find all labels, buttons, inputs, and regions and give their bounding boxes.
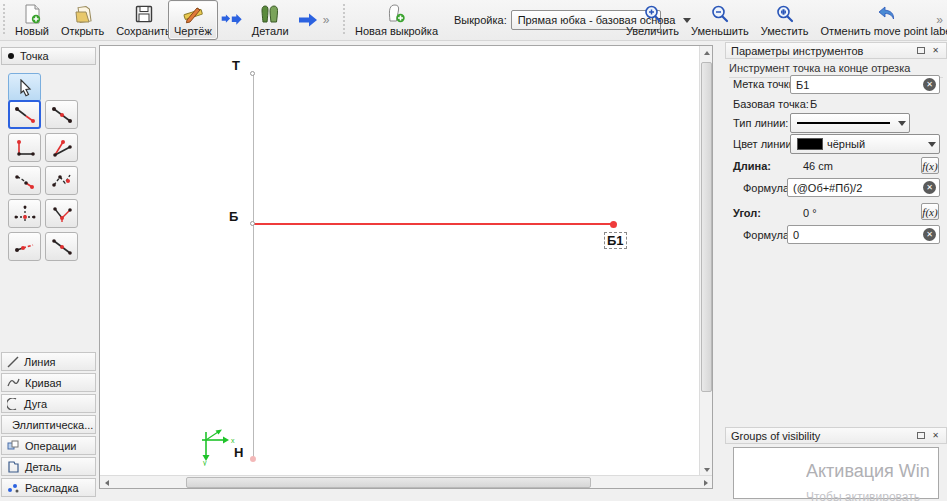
tool-point-intersect-xy[interactable] — [8, 199, 41, 228]
tools-sidebar: Точка Линия Кривая — [0, 45, 98, 501]
cursor-arrow-icon — [17, 79, 33, 97]
tool-arrow-cursor[interactable] — [8, 73, 41, 102]
category-curve-button[interactable]: Кривая — [1, 373, 96, 392]
axis-x-label: x — [231, 437, 235, 444]
toolbar-overflow-chevron[interactable]: » — [934, 13, 945, 27]
point-B-marker[interactable] — [250, 221, 255, 226]
clear-field-icon[interactable] — [923, 78, 936, 91]
tool-options-title: Параметры инструментов — [731, 45, 911, 57]
pencil-ruler-icon — [182, 3, 204, 25]
new-pattern-piece-button[interactable]: Новая выкройка — [349, 0, 444, 40]
category-layout-button[interactable]: Раскладка — [1, 478, 96, 497]
active-red-line[interactable] — [253, 223, 613, 225]
valentina-app-window: { "toolbar": { "new": "Новый", "open": "… — [0, 0, 947, 501]
layout-icon — [7, 482, 20, 494]
toolbar-drag-handle[interactable] — [342, 4, 347, 36]
float-panel-button[interactable] — [915, 45, 926, 56]
category-detail-label: Деталь — [25, 461, 61, 473]
angle-formula-value: 0 — [793, 229, 923, 241]
point-N-marker[interactable] — [250, 456, 256, 462]
tool-point-of-contact[interactable] — [45, 166, 78, 195]
triangle-up-icon — [704, 51, 710, 55]
clear-field-icon[interactable] — [923, 228, 936, 241]
new-button[interactable]: Новый — [9, 0, 55, 40]
scroll-right-button[interactable] — [699, 476, 712, 489]
category-elliptical-button[interactable]: Эллиптическа... — [1, 415, 96, 434]
mode-draw-button[interactable]: Чертёж — [168, 0, 218, 40]
windows-activation-watermark: Активация Win — [806, 461, 947, 483]
line-color-caption: Цвет линии: — [733, 138, 795, 150]
undo-button[interactable]: Отменить move point label — [814, 0, 947, 40]
floppy-disk-icon — [134, 3, 154, 25]
float-panel-button[interactable] — [915, 430, 926, 441]
scroll-left-button[interactable] — [100, 476, 113, 489]
horizontal-scroll-thumb[interactable] — [186, 477, 591, 488]
base-point-caption: Базовая точка: — [733, 98, 809, 110]
tool-point-on-shoulder[interactable] — [8, 166, 41, 195]
category-arc-button[interactable]: Дуга — [1, 394, 96, 413]
zoom-in-label: Увеличить — [626, 25, 679, 38]
close-panel-button[interactable] — [930, 45, 941, 56]
point-label-input[interactable]: Б1 — [790, 75, 940, 94]
magnifier-plus-icon — [643, 3, 663, 25]
point-B-label[interactable]: Б — [229, 209, 238, 224]
canvas-horizontal-scrollbar[interactable] — [100, 475, 712, 488]
open-button-label: Открыть — [61, 25, 104, 38]
mode-details-label: Детали — [252, 25, 289, 38]
folder-open-icon — [73, 3, 93, 25]
angle-formula-input[interactable]: 0 — [787, 225, 940, 244]
zoom-out-button[interactable]: Уменьшить — [685, 0, 755, 40]
mode-flow-arrow-2 — [295, 0, 321, 40]
tool-point-along-perpendicular[interactable] — [8, 133, 41, 162]
mode-draw-label: Чертёж — [174, 25, 212, 38]
drawing-canvas[interactable]: Т Б Б1 Н x y — [99, 45, 713, 489]
construction-vertical-line[interactable] — [253, 74, 254, 459]
length-formula-input[interactable]: (@Об+#Пб)/2 — [787, 178, 940, 197]
scroll-up-button[interactable] — [700, 46, 713, 59]
angle-formula-button[interactable]: f(x) — [921, 203, 939, 220]
tool-point-along-line[interactable] — [45, 100, 78, 129]
canvas-vertical-scrollbar[interactable] — [699, 46, 712, 476]
line-type-combobox[interactable] — [790, 113, 910, 133]
tool-triangle-point[interactable] — [45, 199, 78, 228]
category-elliptical-label: Эллиптическа... — [12, 419, 93, 431]
length-formula-button[interactable]: f(x) — [921, 157, 939, 174]
line-color-combobox[interactable]: чёрный — [790, 134, 940, 154]
vertical-scroll-thumb[interactable] — [701, 62, 712, 392]
windows-activation-watermark-line2: Чтобы активировать — [806, 490, 947, 501]
point-B1-label[interactable]: Б1 — [604, 232, 627, 249]
open-button[interactable]: Открыть — [55, 0, 110, 40]
blue-double-arrow-icon — [221, 13, 243, 27]
clear-field-icon[interactable] — [923, 181, 936, 194]
mode-details-button[interactable]: Детали — [246, 0, 295, 40]
tool-options-titlebar[interactable]: Параметры инструментов — [725, 42, 947, 59]
section-point-header[interactable]: Точка — [1, 47, 96, 65]
triangle-left-icon — [105, 480, 109, 486]
arc-icon — [7, 398, 19, 410]
groups-visibility-titlebar[interactable]: Groups of visibility — [725, 427, 947, 444]
save-button[interactable]: Сохранить — [110, 0, 177, 40]
groups-visibility-title: Groups of visibility — [731, 430, 911, 442]
zoom-out-label: Уменьшить — [691, 25, 749, 38]
mode-flow-arrow-1 — [218, 0, 246, 40]
point-B1-marker[interactable] — [610, 221, 617, 228]
zoom-in-button[interactable]: Увеличить — [620, 0, 685, 40]
point-T-label[interactable]: Т — [232, 58, 240, 73]
point-T-marker[interactable] — [250, 71, 255, 76]
toolbar-group-zoom: Увеличить Уменьшить Уместить Отменить mo… — [616, 0, 947, 40]
category-operations-button[interactable]: Операции — [1, 436, 96, 455]
category-detail-button[interactable]: Деталь — [1, 457, 96, 476]
tool-midpoint-on-line[interactable] — [8, 232, 41, 261]
toolbar-drag-handle[interactable] — [2, 4, 7, 36]
triangle-right-icon — [704, 480, 708, 486]
tool-point-along-bisector[interactable] — [45, 133, 78, 162]
point-bullet-icon — [8, 53, 14, 59]
zoom-fit-button[interactable]: Уместить — [755, 0, 815, 40]
tool-point-at-distance-angle[interactable] — [8, 100, 41, 129]
toolbar-group-file: Новый Открыть Сохранить » — [0, 0, 195, 40]
category-curve-label: Кривая — [25, 377, 61, 389]
category-line-button[interactable]: Линия — [1, 352, 96, 371]
toolbar-overflow-chevron[interactable]: » — [321, 13, 332, 27]
tool-line-intersect-point[interactable] — [45, 232, 78, 261]
close-panel-button[interactable] — [930, 430, 941, 441]
